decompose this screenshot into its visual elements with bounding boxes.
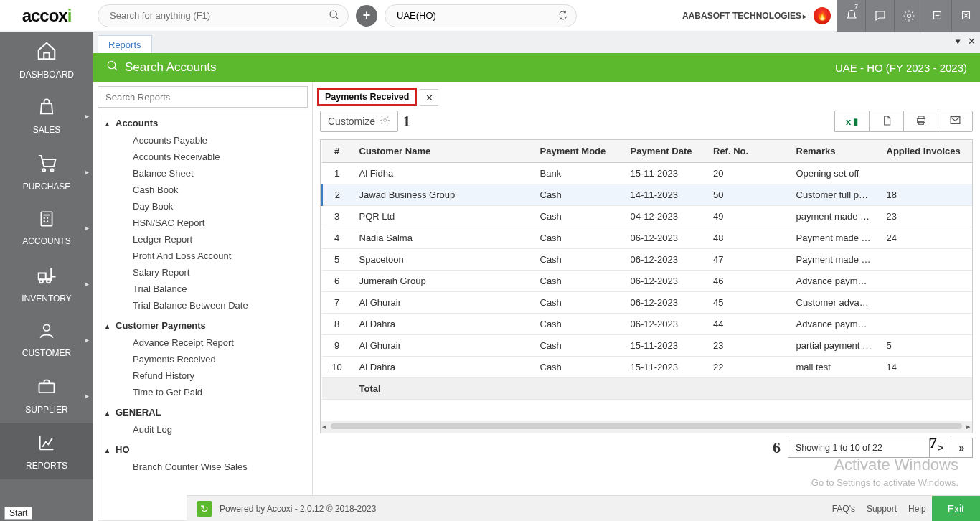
powered-by: Powered by Accoxi - 2.0.12 © 2018-2023 (220, 504, 376, 514)
close-panel-icon[interactable]: ✕ (968, 36, 976, 47)
table-header[interactable]: Applied Invoices (880, 140, 973, 163)
table-cell: Spacetoon (352, 249, 533, 271)
notifications-icon[interactable]: 7 (837, 0, 865, 32)
doc-tab-payments-received[interactable]: Payments Received (317, 88, 417, 106)
tree-item[interactable]: Advance Receipt Report (133, 334, 312, 351)
main-sidebar: DASHBOARD SALES ▸ PURCHASE ▸ ACCOUNTS ▸ … (0, 32, 93, 521)
excel-icon: x ▮ (846, 116, 858, 127)
tree-item[interactable]: Accounts Payable (133, 132, 312, 149)
table-row[interactable]: 8Al DahraCash06-12-202344Advance payment… (322, 314, 973, 335)
table-cell: Total (352, 378, 533, 400)
hot-icon[interactable]: 🔥 (814, 7, 831, 24)
customize-button[interactable]: Customize (320, 111, 398, 132)
nav-dashboard[interactable]: DASHBOARD (0, 32, 93, 88)
table-row[interactable]: 7Al GhurairCash06-12-202345Customer adva… (322, 292, 973, 314)
close-window-icon[interactable] (951, 0, 980, 32)
tree-item[interactable]: Time to Get Paid (133, 384, 312, 400)
nav-accounts[interactable]: ACCOUNTS ▸ (0, 200, 93, 255)
settings-icon[interactable] (894, 0, 923, 32)
table-cell: 49 (706, 206, 789, 227)
horizontal-scrollbar[interactable]: ◂ ▸ (321, 421, 972, 433)
tree-item[interactable]: Ledger Report (133, 231, 312, 248)
tree-item[interactable]: Audit Log (133, 421, 312, 438)
tree-item[interactable]: Payments Received (133, 351, 312, 367)
report-tree-scroll[interactable]: ▴AccountsAccounts PayableAccounts Receiv… (98, 111, 312, 521)
table-row[interactable]: 2Jawad Business GroupCash14-11-202350Cus… (322, 184, 973, 206)
tree-item[interactable]: Day Book (133, 198, 312, 215)
table-row[interactable]: 10Al DahraCash15-11-202322mail test14 (322, 357, 973, 378)
nav-reports[interactable]: REPORTS (0, 423, 93, 479)
table-row[interactable]: 9Al GhurairCash15-11-202323partial payme… (322, 335, 973, 357)
global-search-input[interactable] (98, 4, 349, 27)
svg-rect-16 (39, 273, 46, 279)
table-cell: Payment made by... (789, 249, 880, 271)
tree-item[interactable]: Cash Book (133, 182, 312, 198)
module-tab-reports[interactable]: Reports (98, 35, 152, 53)
tree-item[interactable]: Refund History (133, 367, 312, 384)
scrollbar-thumb[interactable] (331, 423, 962, 429)
table-row[interactable]: 1Al FidhaBank15-11-202320Opening set off (322, 163, 973, 184)
doc-tab-row: Payments Received ✕ (313, 86, 980, 106)
exit-button[interactable]: Exit (932, 496, 980, 522)
table-row[interactable]: 5SpacetoonCash06-12-202347Payment made b… (322, 249, 973, 271)
tree-group: ▴GENERALAudit Log (98, 400, 312, 438)
tree-item[interactable]: Salary Report (133, 264, 312, 281)
company-name[interactable]: AABASOFT TECHNOLOGIES▸ (682, 11, 806, 21)
minimize-panel-icon[interactable]: ▾ (956, 36, 961, 47)
tree-item[interactable]: HSN/SAC Report (133, 215, 312, 231)
table-cell: 1 (322, 163, 352, 184)
footer-support[interactable]: Support (867, 504, 897, 514)
table-cell: 4 (322, 227, 352, 249)
chat-icon[interactable] (865, 0, 894, 32)
add-button[interactable]: + (356, 5, 377, 27)
tree-group-header[interactable]: ▴Accounts (105, 116, 312, 131)
nav-customer[interactable]: CUSTOMER ▸ (0, 311, 93, 367)
table-cell: 46 (706, 271, 789, 292)
pager-next-button[interactable]: > (929, 438, 951, 457)
tree-item[interactable]: Trial Balance Between Date (133, 297, 312, 314)
table-header[interactable]: Remarks (789, 140, 880, 163)
nav-supplier[interactable]: SUPPLIER ▸ (0, 367, 93, 423)
branch-input[interactable] (385, 4, 577, 27)
nav-sales[interactable]: SALES ▸ (0, 88, 93, 144)
tree-group-header[interactable]: ▴Customer Payments (105, 318, 312, 333)
nav-inventory[interactable]: INVENTORY ▸ (0, 255, 93, 311)
table-header[interactable]: Ref. No. (706, 140, 789, 163)
minimize-icon[interactable] (923, 0, 951, 32)
pager-last-button[interactable]: » (951, 438, 972, 457)
table-header[interactable]: # (322, 140, 352, 163)
table-header[interactable]: Payment Date (623, 140, 707, 163)
table-row[interactable]: 4Nadia SalmaCash06-12-202348Payment made… (322, 227, 973, 249)
table-row[interactable]: 6Jumeraih GroupCash06-12-202346Advance p… (322, 271, 973, 292)
svg-rect-10 (41, 212, 52, 226)
table-header[interactable]: Payment Mode (533, 140, 623, 163)
person-icon (37, 321, 56, 345)
tree-item[interactable]: Accounts Receivable (133, 149, 312, 165)
search-accounts-bar[interactable]: Search Accounts UAE - HO (FY 2023 - 2023… (93, 53, 980, 82)
scroll-right-icon[interactable]: ▸ (966, 422, 971, 431)
export-excel-button[interactable]: x ▮ (834, 111, 869, 131)
export-pdf-button[interactable] (869, 111, 903, 131)
tree-item[interactable]: Profit And Loss Account (133, 248, 312, 264)
footer-help[interactable]: Help (908, 504, 926, 514)
table-cell: 06-12-2023 (623, 271, 707, 292)
fy-label: UAE - HO (FY 2023 - 2023) (835, 62, 967, 74)
tree-item[interactable]: Balance Sheet (133, 165, 312, 182)
mail-button[interactable] (938, 111, 972, 131)
sync-icon[interactable] (557, 10, 568, 23)
nav-purchase[interactable]: PURCHASE ▸ (0, 144, 93, 200)
table-row[interactable]: 3PQR LtdCash04-12-202349payment made by.… (322, 206, 973, 227)
doc-tab-close-button[interactable]: ✕ (420, 89, 438, 106)
tree-item[interactable]: Branch Counter Wise Sales (133, 459, 312, 475)
search-icon[interactable] (329, 9, 340, 23)
scroll-left-icon[interactable]: ◂ (322, 422, 326, 431)
search-reports-input[interactable] (98, 86, 308, 108)
table-cell: 14-11-2023 (623, 184, 707, 206)
table-header[interactable]: Customer Name (352, 140, 533, 163)
print-button[interactable] (903, 111, 938, 131)
footer-faqs[interactable]: FAQ's (832, 504, 855, 514)
tree-item[interactable]: Trial Balance (133, 281, 312, 297)
nav-label: SUPPLIER (25, 405, 67, 415)
tree-group-header[interactable]: ▴HO (105, 442, 312, 457)
tree-group-header[interactable]: ▴GENERAL (105, 405, 312, 420)
